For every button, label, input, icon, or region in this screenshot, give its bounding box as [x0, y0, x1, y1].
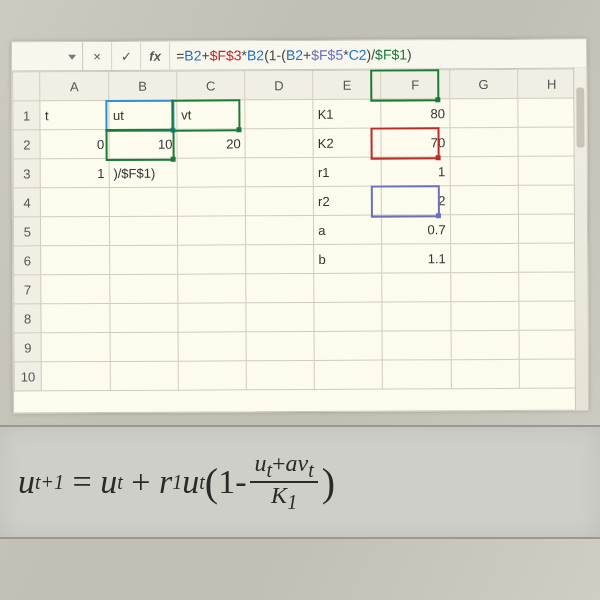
cell-D8[interactable] — [246, 303, 313, 331]
eq-u2: u — [100, 463, 117, 501]
cell-F2[interactable]: 70 — [382, 128, 449, 156]
cell-F3[interactable]: 1 — [382, 157, 449, 185]
cell-F8[interactable] — [383, 302, 450, 330]
cell-D1[interactable] — [245, 100, 312, 128]
cell-D3[interactable] — [246, 158, 313, 186]
cell-B4[interactable] — [109, 188, 176, 216]
cell-F1[interactable]: 80 — [382, 99, 449, 127]
cell-F4[interactable]: 2 — [382, 186, 449, 214]
cell-D2[interactable] — [246, 129, 313, 157]
cell-A4[interactable] — [41, 188, 108, 216]
cell-B2[interactable]: 10 — [109, 130, 176, 158]
row-header-7[interactable]: 7 — [14, 275, 42, 304]
col-header-D[interactable]: D — [245, 70, 313, 99]
cell-B5[interactable] — [110, 217, 177, 245]
cell-E10[interactable] — [315, 361, 382, 389]
cell-C3[interactable] — [177, 158, 244, 186]
formula-input[interactable]: = B2 + $F$3 * B2 ( 1 - ( B2 + $F$5 * C2 … — [170, 39, 586, 69]
cell-F10[interactable] — [383, 360, 450, 388]
cell-C8[interactable] — [178, 303, 245, 331]
cell-A3[interactable]: 1 — [41, 159, 108, 187]
cell-D7[interactable] — [246, 274, 313, 302]
cell-D6[interactable] — [246, 245, 313, 273]
col-header-A[interactable]: A — [40, 72, 108, 101]
cell-C1[interactable]: vt — [177, 100, 244, 128]
cell-D9[interactable] — [247, 332, 314, 360]
cell-A10[interactable] — [42, 362, 109, 390]
cell-E4[interactable]: r2 — [314, 187, 381, 215]
row-header-9[interactable]: 9 — [14, 333, 42, 362]
formula-ref-c2: C2 — [349, 47, 367, 63]
cell-A9[interactable] — [42, 333, 109, 361]
eq-denominator: K1 — [267, 483, 301, 513]
select-all-corner[interactable] — [13, 72, 41, 101]
col-header-B[interactable]: B — [108, 71, 176, 100]
cell-E2[interactable]: K2 — [314, 129, 381, 157]
col-header-E[interactable]: E — [313, 70, 381, 99]
scrollbar-thumb[interactable] — [576, 88, 584, 148]
cell-E3[interactable]: r1 — [314, 158, 381, 186]
col-header-C[interactable]: C — [177, 71, 245, 100]
cell-G10[interactable] — [451, 360, 518, 388]
row-header-10[interactable]: 10 — [14, 362, 42, 391]
cell-A1[interactable]: t — [41, 101, 108, 129]
cell-A5[interactable] — [41, 217, 108, 245]
cell-G4[interactable] — [450, 186, 517, 214]
cell-G6[interactable] — [451, 244, 518, 272]
cell-A7[interactable] — [42, 275, 109, 303]
cell-C2[interactable]: 20 — [177, 129, 244, 157]
cell-G9[interactable] — [451, 331, 518, 359]
cell-D4[interactable] — [246, 187, 313, 215]
cancel-icon[interactable]: × — [83, 42, 112, 70]
row-header-8[interactable]: 8 — [14, 304, 42, 333]
cell-E7[interactable] — [314, 274, 381, 302]
cell-C5[interactable] — [178, 216, 245, 244]
cell-A8[interactable] — [42, 304, 109, 332]
cell-B8[interactable] — [110, 304, 177, 332]
cell-C10[interactable] — [179, 361, 246, 389]
confirm-icon[interactable]: ✓ — [112, 42, 141, 70]
name-box[interactable] — [12, 42, 83, 70]
cell-F9[interactable] — [383, 331, 450, 359]
col-header-G[interactable]: G — [449, 69, 517, 98]
cell-B9[interactable] — [110, 333, 177, 361]
cell-E9[interactable] — [315, 332, 382, 360]
cell-B10[interactable] — [110, 362, 177, 390]
row-header-1[interactable]: 1 — [13, 101, 41, 130]
fx-icon[interactable]: fx — [141, 42, 170, 70]
cell-F6[interactable]: 1.1 — [383, 244, 450, 272]
cell-E6[interactable]: b — [314, 245, 381, 273]
cell-E1[interactable]: K1 — [314, 100, 381, 128]
cell-B3[interactable]: )/$F$1) — [109, 159, 176, 187]
cell-F5[interactable]: 0.7 — [382, 215, 449, 243]
cell-D5[interactable] — [246, 216, 313, 244]
row-header-2[interactable]: 2 — [13, 130, 41, 159]
eq-num-v: v — [298, 450, 309, 476]
row-header-5[interactable]: 5 — [13, 217, 41, 246]
cell-C4[interactable] — [178, 187, 245, 215]
cell-G5[interactable] — [451, 215, 518, 243]
cell-A6[interactable] — [42, 246, 109, 274]
formula-ref-b2b: B2 — [247, 47, 264, 63]
row-header-6[interactable]: 6 — [14, 246, 42, 275]
row-header-3[interactable]: 3 — [13, 159, 41, 188]
cell-E5[interactable]: a — [314, 216, 381, 244]
cell-B6[interactable] — [110, 246, 177, 274]
cell-C7[interactable] — [178, 274, 245, 302]
cell-G2[interactable] — [450, 128, 517, 156]
cell-G1[interactable] — [450, 99, 517, 127]
cell-B7[interactable] — [110, 275, 177, 303]
vertical-scrollbar[interactable] — [573, 67, 588, 409]
col-header-F[interactable]: F — [381, 70, 449, 99]
row-header-4[interactable]: 4 — [13, 188, 41, 217]
cell-A2[interactable]: 0 — [41, 130, 108, 158]
cell-B1[interactable]: ut — [109, 101, 176, 129]
cell-C6[interactable] — [178, 245, 245, 273]
cell-E8[interactable] — [315, 303, 382, 331]
cell-G3[interactable] — [450, 157, 517, 185]
cell-C9[interactable] — [178, 332, 245, 360]
cell-F7[interactable] — [383, 273, 450, 301]
cell-D10[interactable] — [247, 361, 314, 389]
cell-G8[interactable] — [451, 302, 518, 330]
cell-G7[interactable] — [451, 273, 518, 301]
